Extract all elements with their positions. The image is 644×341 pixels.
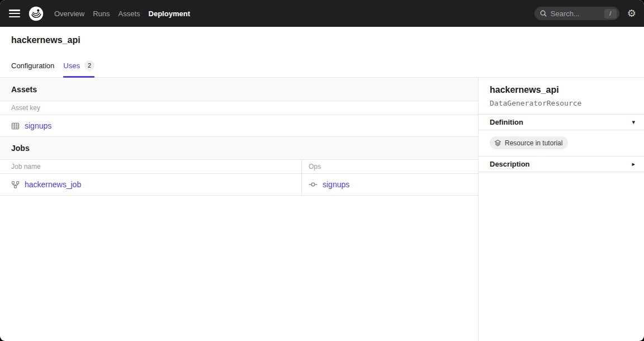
page-header: hackernews_api <box>0 27 644 54</box>
job-row: hackernews_job signups <box>0 174 478 196</box>
job-name-column-header: Job name <box>0 160 302 173</box>
job-graph-icon <box>11 181 20 189</box>
detail-panel: hackernews_api DataGeneratorResource Def… <box>479 78 644 341</box>
caret-down-icon: ▾ <box>632 119 635 126</box>
definition-section-toggle[interactable]: Definition ▾ <box>479 115 644 130</box>
definition-section-body: Resource in tutorial <box>479 130 644 157</box>
nav-item-overview[interactable]: Overview <box>54 10 84 18</box>
asset-table-icon <box>11 122 20 130</box>
nav-item-deployment[interactable]: Deployment <box>149 10 190 18</box>
search-input[interactable] <box>551 10 601 18</box>
assets-column-headers: Asset key <box>0 101 478 115</box>
ops-column-header: Ops <box>302 160 478 173</box>
description-section-label: Description <box>490 160 530 168</box>
job-link-hackernews-job[interactable]: hackernews_job <box>25 180 81 189</box>
tab-configuration[interactable]: Configuration <box>11 54 54 77</box>
nav-item-assets[interactable]: Assets <box>119 10 140 18</box>
jobs-section-title: Jobs <box>11 144 30 153</box>
tab-uses[interactable]: Uses 2 <box>63 54 94 77</box>
resource-tag-label: Resource in tutorial <box>505 139 562 147</box>
search-icon <box>539 10 547 17</box>
nav-item-runs[interactable]: Runs <box>93 10 110 18</box>
dagster-logo-icon[interactable] <box>28 6 44 22</box>
assets-section-header: Assets <box>0 78 478 101</box>
asset-key-column-header: Asset key <box>0 104 40 112</box>
description-section-toggle[interactable]: Description ▸ <box>479 157 644 172</box>
menu-icon[interactable] <box>9 10 20 17</box>
search-box[interactable]: / <box>534 7 619 20</box>
assets-section-title: Assets <box>11 85 37 94</box>
definition-section-label: Definition <box>490 118 523 126</box>
op-node-icon <box>309 180 318 189</box>
caret-right-icon: ▸ <box>632 160 635 168</box>
app-window: Overview Runs Assets Deployment / ⚙ hack… <box>0 0 644 341</box>
top-nav: Overview Runs Assets Deployment / ⚙ <box>0 0 644 27</box>
tab-bar: Configuration Uses 2 <box>0 54 644 78</box>
nav-links: Overview Runs Assets Deployment <box>54 10 190 18</box>
tab-uses-label: Uses <box>63 61 80 70</box>
resource-type: DataGeneratorResource <box>490 99 633 107</box>
settings-gear-icon[interactable]: ⚙ <box>627 8 636 18</box>
asset-row: signups <box>0 115 478 137</box>
resource-tag[interactable]: Resource in tutorial <box>490 136 568 149</box>
jobs-section-header: Jobs <box>0 137 478 160</box>
tab-uses-count-badge: 2 <box>84 60 94 70</box>
tab-configuration-label: Configuration <box>11 61 54 70</box>
layers-icon <box>494 139 501 146</box>
page-title: hackernews_api <box>11 35 80 45</box>
search-shortcut-badge: / <box>604 9 617 18</box>
uses-main: Assets Asset key signups Jobs Job name O… <box>0 78 479 341</box>
asset-link-signups[interactable]: signups <box>25 121 51 130</box>
detail-panel-header: hackernews_api DataGeneratorResource <box>479 78 644 115</box>
jobs-column-headers: Job name Ops <box>0 160 478 174</box>
op-link-signups[interactable]: signups <box>323 180 349 189</box>
resource-name: hackernews_api <box>490 85 633 95</box>
content-area: Assets Asset key signups Jobs Job name O… <box>0 78 644 341</box>
